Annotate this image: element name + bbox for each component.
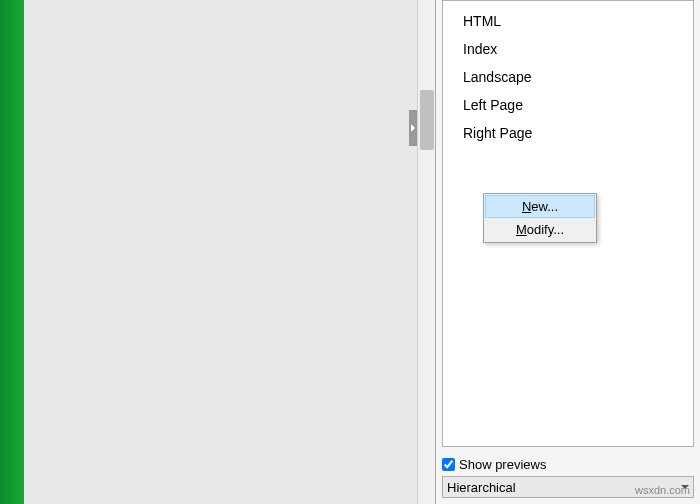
styles-panel: HTML Index Landscape Left Page Right Pag… xyxy=(435,0,700,504)
show-previews-checkbox[interactable] xyxy=(442,458,455,471)
show-previews-label: Show previews xyxy=(459,457,546,472)
view-mode-value: Hierarchical xyxy=(447,480,516,495)
scroll-thumb[interactable] xyxy=(420,90,434,150)
vertical-scrollbar[interactable] xyxy=(417,0,435,504)
style-item-landscape[interactable]: Landscape xyxy=(443,63,693,91)
watermark: wsxdn.com xyxy=(635,484,690,496)
menu-item-new[interactable]: New... xyxy=(485,195,595,218)
menu-item-modify-label: odify... xyxy=(527,222,564,237)
context-menu: New... Modify... xyxy=(483,193,597,243)
style-item-right-page[interactable]: Right Page xyxy=(443,119,693,147)
menu-item-new-label: ew... xyxy=(531,199,558,214)
style-item-left-page[interactable]: Left Page xyxy=(443,91,693,119)
style-list[interactable]: HTML Index Landscape Left Page Right Pag… xyxy=(442,0,694,447)
style-item-index[interactable]: Index xyxy=(443,35,693,63)
style-item-html[interactable]: HTML xyxy=(443,7,693,35)
document-area xyxy=(24,0,435,504)
show-previews-row[interactable]: Show previews xyxy=(442,457,694,472)
menu-item-modify[interactable]: Modify... xyxy=(485,218,595,241)
panel-collapse-toggle[interactable] xyxy=(409,110,417,146)
panel-footer: Show previews Hierarchical xyxy=(436,453,700,504)
app-accent-strip xyxy=(0,0,24,504)
